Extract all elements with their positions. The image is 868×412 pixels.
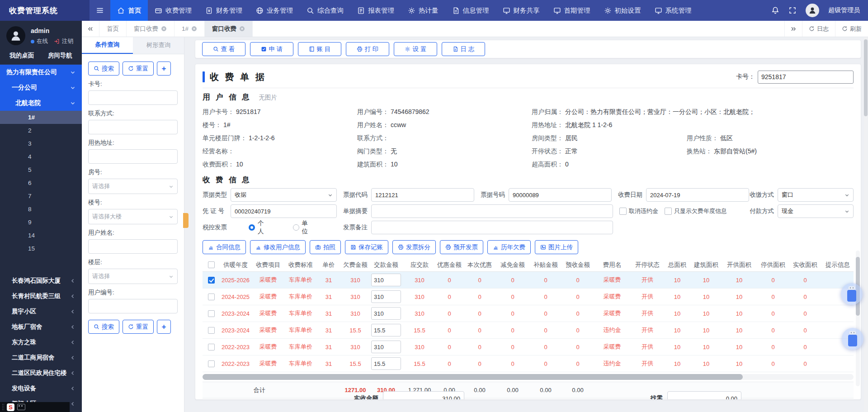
action-button-6[interactable]: 历年欠费 xyxy=(487,240,531,254)
query-field-input[interactable] xyxy=(88,299,178,313)
current-user-name[interactable]: 超级管理员 xyxy=(828,6,860,14)
reset-button[interactable]: 重置 xyxy=(123,320,154,334)
floating-usb-widget[interactable] xyxy=(841,283,863,305)
close-icon[interactable] xyxy=(191,26,197,32)
search-button[interactable]: 搜索 xyxy=(88,62,119,76)
community-item[interactable]: 晨宇小区 xyxy=(0,304,82,319)
tab-tree-query[interactable]: 树形查询 xyxy=(133,37,184,54)
tree-building-5[interactable]: 5 xyxy=(0,163,82,176)
topnav-item-8[interactable]: 财务共享 xyxy=(496,0,547,21)
search-button[interactable]: 搜索 xyxy=(88,320,119,334)
receipt-no-input[interactable] xyxy=(509,188,612,202)
tree-node-2[interactable]: 北航老院 xyxy=(0,95,82,111)
query-field-input[interactable] xyxy=(88,120,178,134)
topnav-item-7[interactable]: 信息管理 xyxy=(445,0,496,21)
pay-amount-input[interactable] xyxy=(371,324,401,336)
select-all-checkbox[interactable] xyxy=(208,261,215,268)
action-button-3[interactable]: 保存记账 xyxy=(345,240,388,254)
community-item[interactable]: 二道区民政局住宅楼 xyxy=(0,365,82,381)
tree-building-2[interactable]: 2 xyxy=(0,124,82,137)
topnav-item-3[interactable]: 业务管理 xyxy=(249,0,300,21)
community-item[interactable]: 发电设备 xyxy=(0,381,82,396)
show-arrears-only-checkbox[interactable]: 只显示欠费年度信息 xyxy=(665,207,727,215)
pay-amount-input[interactable] xyxy=(371,274,401,286)
row-checkbox[interactable] xyxy=(208,310,215,317)
topnav-item-6[interactable]: 热计量 xyxy=(401,0,445,21)
community-item[interactable]: 长春鸿石国际大厦 xyxy=(0,273,82,289)
close-icon[interactable] xyxy=(161,26,167,32)
topnav-item-11[interactable]: 系统管理 xyxy=(648,0,698,21)
topnav-item-4[interactable]: 综合查询 xyxy=(300,0,350,21)
channel-select[interactable]: 窗口 xyxy=(778,188,854,202)
pay-amount-input[interactable] xyxy=(371,290,401,303)
toolbar-button-2[interactable]: 账 目 xyxy=(298,42,341,56)
topnav-item-9[interactable]: 首期管理 xyxy=(547,0,597,21)
row-checkbox[interactable] xyxy=(208,327,215,334)
topnav-item-10[interactable]: 初始设置 xyxy=(597,0,648,21)
action-button-4[interactable]: 发票拆分 xyxy=(392,240,436,254)
floating-usb-widget[interactable] xyxy=(842,328,863,350)
tree-building-4[interactable]: 4 xyxy=(0,150,82,163)
table-row-5[interactable]: 2022-2023采暖费车库单价3115.515.500000违约金开供1010… xyxy=(203,355,854,372)
row-checkbox[interactable] xyxy=(208,344,215,350)
personal-radio[interactable]: 个人 xyxy=(249,219,266,236)
logout-icon[interactable] xyxy=(54,38,60,44)
toolbar-button-0[interactable]: 查 看 xyxy=(202,42,245,56)
toolbar-button-3[interactable]: 打 印 xyxy=(346,42,389,56)
topnav-item-2[interactable]: 财务管理 xyxy=(198,0,249,21)
panel-collapse-handle[interactable] xyxy=(183,213,189,228)
tree-building-3[interactable]: 3 xyxy=(0,137,82,150)
receipt-type-select[interactable]: 收据 xyxy=(231,188,337,202)
pay-amount-input[interactable] xyxy=(371,341,401,353)
tab-condition-query[interactable]: 条件查询 xyxy=(82,37,133,54)
change-input[interactable] xyxy=(667,391,741,400)
tree-building-15[interactable]: 15 xyxy=(0,242,82,255)
tree-building-7[interactable]: 7 xyxy=(0,189,82,203)
sidebar-item-my-desktop[interactable]: 我的桌面 xyxy=(3,52,41,60)
tab-2[interactable]: 1# xyxy=(175,21,205,37)
bell-icon[interactable] xyxy=(771,6,779,14)
tree-building-8[interactable]: 8 xyxy=(0,203,82,216)
tree-building-9[interactable]: 9 xyxy=(0,216,82,229)
query-field-input[interactable] xyxy=(88,149,178,164)
topnav-item-0[interactable]: 首页 xyxy=(110,0,148,21)
action-button-5[interactable]: 预开发票 xyxy=(440,240,483,254)
toolbar-button-4[interactable]: 设 置 xyxy=(394,42,437,56)
tree-building-14[interactable]: 14 xyxy=(0,229,82,242)
action-button-1[interactable]: 修改用户信息 xyxy=(250,240,306,254)
action-button-7[interactable]: 图片上传 xyxy=(535,240,578,254)
sidebar-item-room-nav[interactable]: 房间导航 xyxy=(41,52,80,60)
table-row-1[interactable]: 2024-2025采暖费车库单价3131031000000采暖费开供101010… xyxy=(203,289,854,305)
query-field-select[interactable]: 请选择 xyxy=(88,179,178,194)
ime-keyboard-icon[interactable] xyxy=(17,404,25,410)
table-row-0[interactable]: 2025-2026采暖费车库单价3131031000000采暖费开供101010… xyxy=(203,272,854,289)
tab-1[interactable]: 窗口收费 xyxy=(127,21,175,37)
query-field-input[interactable] xyxy=(88,90,178,105)
pay-amount-input[interactable] xyxy=(371,307,401,320)
community-item[interactable]: 长青村民航委三组 xyxy=(0,289,82,304)
tab-3[interactable]: 窗口收费 xyxy=(205,21,253,37)
row-checkbox[interactable] xyxy=(208,360,215,367)
invoice-remark-input[interactable] xyxy=(371,221,613,234)
reset-button[interactable]: 重置 xyxy=(123,62,154,76)
scrollbar-thumb[interactable] xyxy=(203,374,743,380)
tree-building-1#[interactable]: 1# xyxy=(0,111,82,124)
topnav-item-5[interactable]: 报表管理 xyxy=(350,0,401,21)
ime-grip[interactable] xyxy=(2,403,4,411)
action-button-0[interactable]: 合同信息 xyxy=(203,240,246,254)
voucher-input[interactable] xyxy=(231,204,337,218)
avatar[interactable] xyxy=(806,4,819,17)
community-item[interactable]: 东方之珠 xyxy=(0,335,82,350)
tab-0[interactable]: 首页 xyxy=(99,21,127,37)
tabs-scroll-left-icon[interactable] xyxy=(82,21,99,37)
add-condition-button[interactable]: + xyxy=(157,320,171,334)
table-vertical-scrollbar[interactable] xyxy=(856,251,860,386)
add-condition-button[interactable]: + xyxy=(157,62,171,76)
fee-date-input[interactable] xyxy=(646,188,749,202)
toolbar-button-1[interactable]: 申 请 xyxy=(250,42,293,56)
summary-input[interactable] xyxy=(371,204,613,218)
receipt-code-input[interactable] xyxy=(371,188,474,202)
ime-sogou-icon[interactable]: S xyxy=(7,403,14,411)
company-radio[interactable]: 单位 xyxy=(293,219,310,236)
table-horizontal-scrollbar[interactable] xyxy=(203,374,854,380)
